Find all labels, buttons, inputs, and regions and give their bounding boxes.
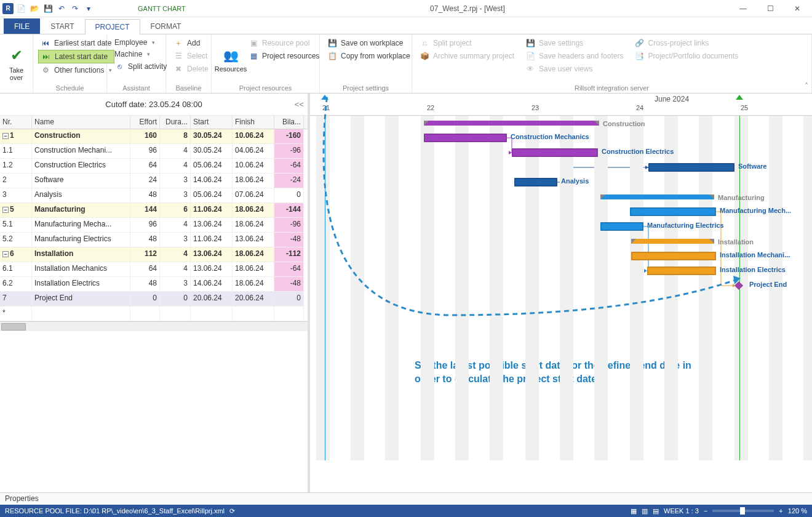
minimize-button[interactable]: — bbox=[731, 1, 755, 16]
group-schedule-label: Schedule bbox=[38, 83, 102, 92]
gantt-bar[interactable]: Construction Electrics bbox=[512, 148, 598, 157]
qat-new-icon[interactable]: 📄 bbox=[15, 2, 27, 15]
grid-hscroll[interactable] bbox=[0, 321, 308, 331]
baseline-select-button[interactable]: ☰Select bbox=[171, 50, 211, 62]
gantt-bar[interactable]: Manufacturing Electrics bbox=[600, 222, 643, 231]
col-bal[interactable]: Bila... bbox=[274, 116, 304, 129]
take-over-button[interactable]: ✔ Take over bbox=[5, 37, 28, 90]
table-row[interactable]: 6.1Installation Mechanics64413.06.2418.0… bbox=[0, 262, 308, 277]
task-grid-pane: Cutoff date: 23.05.24 08:00 << Nr. Name … bbox=[0, 94, 310, 492]
split-activity-button[interactable]: ⎋Split activity bbox=[112, 60, 169, 73]
cutoff-bar: Cutoff date: 23.05.24 08:00 << bbox=[0, 94, 308, 116]
expander-icon[interactable]: − bbox=[2, 207, 9, 213]
table-row-new[interactable]: * bbox=[0, 307, 308, 321]
save-settings-button[interactable]: 💾Save settings bbox=[523, 37, 626, 49]
gantt-bar[interactable]: Installation Mechani... bbox=[631, 252, 716, 260]
tab-start[interactable]: START bbox=[40, 18, 84, 34]
other-functions-button[interactable]: ⚙Other functions▾ bbox=[38, 64, 114, 76]
col-nr[interactable]: Nr. bbox=[0, 116, 32, 129]
delete-icon: ✖ bbox=[173, 64, 183, 74]
properties-bar[interactable]: Properties bbox=[0, 492, 812, 505]
start-marker-icon bbox=[321, 95, 328, 100]
gantt-row: Installation Mechani... bbox=[310, 249, 812, 263]
gantt-pane[interactable]: June 2024 2122232425 Set the latest poss… bbox=[310, 94, 812, 492]
gantt-bar[interactable]: Software bbox=[648, 163, 734, 172]
group-assistant-label: Assistant bbox=[112, 83, 161, 92]
table-row[interactable]: 5.2Manufacturing Electrics48311.06.2413.… bbox=[0, 233, 308, 247]
maximize-button[interactable]: ☐ bbox=[758, 1, 782, 16]
table-row[interactable]: 3Analysis48305.06.2407.06.240 bbox=[0, 188, 308, 203]
resource-pool-button[interactable]: ▣Resource pool bbox=[246, 37, 322, 49]
portfolio-button[interactable]: 📑Project/Portfolio documents bbox=[632, 50, 741, 62]
split-icon: ⎋ bbox=[114, 62, 124, 71]
tab-file[interactable]: FILE bbox=[4, 18, 40, 34]
gantt-bar[interactable]: Construction Mechanics bbox=[424, 134, 507, 142]
save-headers-button[interactable]: 📄Save headers and footers bbox=[523, 50, 626, 62]
plus-icon: ＋ bbox=[173, 38, 183, 48]
table-row[interactable]: −6Installation112413.06.2418.06.24-112 bbox=[0, 247, 308, 262]
bar-label: Project End bbox=[749, 281, 787, 288]
gantt-bar[interactable]: Installation bbox=[631, 239, 714, 244]
view-icon-1[interactable]: ▦ bbox=[631, 507, 637, 515]
col-dur[interactable]: Dura... bbox=[160, 116, 191, 129]
gantt-row: Manufacturing Mech... bbox=[310, 204, 812, 219]
copy-workplace-button[interactable]: 📋Copy from workplace bbox=[325, 50, 413, 62]
main-split: Cutoff date: 23.05.24 08:00 << Nr. Name … bbox=[0, 94, 812, 492]
col-effort[interactable]: Effort bbox=[130, 116, 160, 129]
col-finish[interactable]: Finish bbox=[233, 116, 274, 129]
col-name[interactable]: Name bbox=[32, 116, 130, 129]
gantt-bar[interactable]: Installation Electrics bbox=[647, 267, 716, 275]
qat-more-icon[interactable]: ▾ bbox=[82, 2, 95, 15]
expander-icon[interactable]: − bbox=[2, 251, 9, 257]
zoom-in-button[interactable]: + bbox=[779, 507, 782, 515]
grid-body[interactable]: −1Construction160830.05.2410.06.24-1601.… bbox=[0, 129, 308, 321]
view-icon-2[interactable]: ▥ bbox=[642, 507, 648, 515]
split-project-button[interactable]: ⎌Split project bbox=[417, 37, 517, 49]
zoom-out-button[interactable]: − bbox=[704, 507, 707, 515]
qat-save-icon[interactable]: 💾 bbox=[42, 2, 54, 15]
tab-project[interactable]: PROJECT bbox=[85, 19, 140, 34]
expander-icon[interactable]: − bbox=[2, 133, 9, 139]
zoom-slider[interactable] bbox=[712, 510, 774, 512]
collapse-ribbon-icon[interactable]: ˄ bbox=[805, 82, 808, 90]
table-row[interactable]: 1.1Construction Mechani...96430.05.2404.… bbox=[0, 144, 308, 159]
qat-open-icon[interactable]: 📂 bbox=[28, 2, 41, 15]
milestone-icon[interactable] bbox=[734, 281, 743, 290]
table-row[interactable]: −5Manufacturing144611.06.2418.06.24-144 bbox=[0, 203, 308, 218]
table-row[interactable]: −1Construction160830.05.2410.06.24-160 bbox=[0, 129, 308, 144]
tab-format[interactable]: FORMAT bbox=[140, 18, 192, 34]
save-workplace-button[interactable]: 💾Save on workplace bbox=[325, 37, 413, 49]
earliest-start-button[interactable]: ⏮Earliest start date bbox=[38, 37, 114, 49]
bar-label: Installation Mechani... bbox=[720, 251, 790, 258]
baseline-add-button[interactable]: ＋Add bbox=[171, 37, 211, 49]
collapse-grid-icon[interactable]: << bbox=[295, 100, 304, 109]
resources-button[interactable]: 👥 Resources bbox=[217, 37, 245, 83]
table-row[interactable]: 7Project End0020.06.2420.06.240 bbox=[0, 292, 308, 307]
table-row[interactable]: 5.1Manufacturing Mecha...96413.06.2418.0… bbox=[0, 218, 308, 233]
gantt-day-label: 24 bbox=[636, 104, 643, 111]
qat-redo-icon[interactable]: ↷ bbox=[69, 2, 81, 15]
grid-header: Nr. Name Effort Dura... Start Finish Bil… bbox=[0, 116, 308, 129]
bar-label: Manufacturing Mech... bbox=[720, 207, 791, 214]
project-resources-button[interactable]: ▦Project resources bbox=[246, 50, 322, 62]
baseline-delete-button[interactable]: ✖Delete bbox=[171, 63, 211, 75]
refresh-icon[interactable]: ⟳ bbox=[229, 507, 235, 515]
archive-summary-button[interactable]: 📦Archive summary project bbox=[417, 50, 517, 62]
table-row[interactable]: 1.2Construction Electrics64405.06.2410.0… bbox=[0, 159, 308, 174]
close-button[interactable]: ✕ bbox=[785, 1, 810, 16]
table-row[interactable]: 6.2Installation Electrics48314.06.2418.0… bbox=[0, 277, 308, 292]
qat-undo-icon[interactable]: ↶ bbox=[55, 2, 68, 15]
view-icon-3[interactable]: ▤ bbox=[653, 507, 659, 515]
save-views-button[interactable]: 👁Save user views bbox=[523, 63, 626, 75]
gantt-bar[interactable]: Construction bbox=[424, 121, 599, 126]
gantt-bar[interactable]: Manufacturing bbox=[600, 194, 714, 199]
gantt-bar[interactable]: Manufacturing Mech... bbox=[630, 207, 716, 216]
cross-links-button[interactable]: 🔗Cross-project links bbox=[632, 37, 741, 49]
latest-start-button[interactable]: ⏭Latest start date bbox=[38, 50, 114, 63]
col-start[interactable]: Start bbox=[191, 116, 233, 129]
gantt-bar[interactable]: Analysis bbox=[514, 178, 557, 186]
gantt-body[interactable]: Set the latest possible start date for t… bbox=[310, 116, 812, 460]
table-row[interactable]: 2Software24314.06.2418.06.24-24 bbox=[0, 174, 308, 188]
machine-button[interactable]: Machine▾ bbox=[112, 49, 169, 60]
employee-button[interactable]: Employee▾ bbox=[112, 37, 169, 48]
